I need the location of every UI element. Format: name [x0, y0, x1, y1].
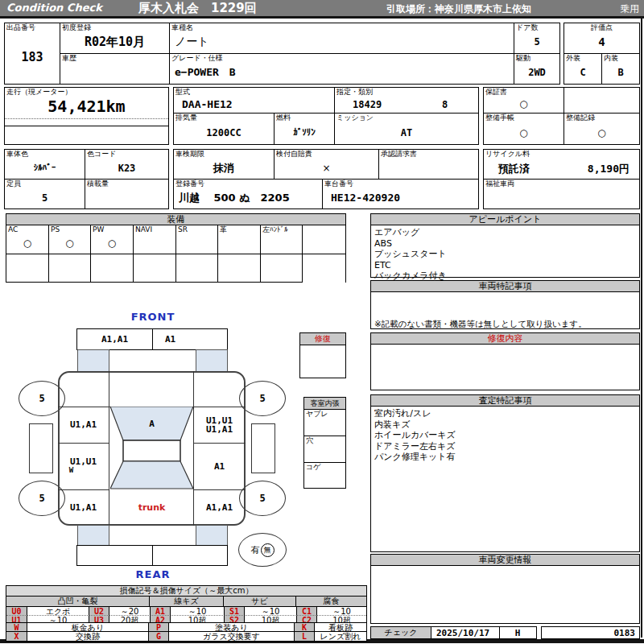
service-book-value: ○ [484, 121, 564, 144]
equipment-empty-cell-noborder [303, 254, 345, 283]
assessment-body: 室内汚れ/スレ 内装キズ ホイールカバーキズ ドアミラー左右キズ パンク修理キッ… [371, 407, 639, 464]
mileage-solid-divider [5, 126, 168, 126]
appeal-item: ABS [374, 238, 636, 250]
equipment-title: 装備 [6, 214, 345, 225]
headlight-left [77, 349, 109, 372]
rear-window-shape [110, 461, 193, 489]
change-info-section: 車両変更情報 [370, 554, 640, 624]
vehicle-class: 乗用 [620, 2, 639, 16]
equipment-value-lhd [261, 233, 302, 254]
legend-code: X [6, 632, 27, 641]
headlight-right [196, 349, 228, 372]
equipment-cell-navi: NAVI [134, 225, 176, 254]
doors-value: 5 [514, 31, 559, 53]
load-value [85, 187, 168, 208]
damage-right-front-door-line2: U1,A1 [206, 425, 233, 434]
vehicle-notes-body: ※記載のない書類・機器等は無しとして取り扱います。 [371, 292, 639, 331]
roof-shape [123, 440, 180, 461]
registration-value: 川越 500 ぬ 2205 [174, 187, 322, 208]
body-color-value: ｼﾙﾊﾞｰ [5, 157, 85, 179]
equipment-cell-sr: SR [176, 225, 218, 254]
interior-grade-value: B [602, 61, 639, 84]
tire-front-right: 5 [239, 381, 286, 416]
transmission-value: AT [335, 121, 478, 144]
interior-grade-cell: 内装 B [601, 53, 640, 85]
model-name-cell: 車種名 ノート [169, 23, 514, 54]
mileage-cell: 走行（現メーター） 54,421km [4, 87, 169, 145]
equipment-value-navi [134, 233, 175, 254]
lot-number-cell: 出品番号 183 [4, 23, 60, 85]
displacement-cell: 排気量 1200CC [173, 113, 275, 145]
taillight-left [77, 525, 109, 546]
equipment-row-1: AC ○ PS ○ PW ○ NAVI SR 革 [6, 225, 345, 254]
equipment-value-ps: ○ [49, 233, 90, 254]
approval-cell: 承認請求書 [378, 149, 479, 180]
legend-group-scratch: 線キズ [150, 597, 224, 606]
service-record-value: ○ [564, 121, 639, 144]
rear-bumper-divider [152, 546, 153, 565]
warranty-blank-cell [564, 87, 640, 114]
legend-group-rust: サビ [224, 597, 296, 606]
legend-value: ガラス交換要す [169, 632, 295, 641]
model-code-cell: 型式 DAA-HE12 [173, 87, 335, 114]
class-label: 指定・類別 [336, 88, 373, 97]
body-divider-left [109, 371, 109, 526]
welfare-cell: 福祉車両 [483, 179, 640, 209]
equipment-value-pw: ○ [91, 233, 133, 254]
damage-front-bumper-right: A1 [152, 329, 242, 349]
equipment-cell-pw: PW ○ [91, 225, 134, 254]
legend-value: 看板跡 [315, 623, 366, 632]
cabin-row-hole-label: 穴 [306, 436, 313, 445]
change-info-title: 車両変更情報 [371, 555, 639, 566]
legend-code: C1 [297, 607, 317, 616]
recycle-fee: 8,190円 [588, 162, 630, 176]
repair-details-section: 修復内容 [370, 332, 640, 390]
left-sill [29, 423, 53, 473]
damage-left-front-door: U1,A1 [58, 407, 109, 443]
check-date: 2025/10/17 [436, 628, 489, 638]
damage-left-rear-door-mark: W [69, 466, 73, 475]
assessment-title: 査定特記事項 [371, 395, 639, 407]
capacity-value: 5 [5, 187, 85, 208]
equipment-cell-ps: PS ○ [49, 225, 91, 254]
damage-right-quarter: A1,A1 [193, 489, 246, 526]
trunk-label: trunk [110, 489, 193, 526]
equipment-value-leather [218, 233, 260, 254]
chassis-value: HE12-420920 [323, 187, 478, 208]
vehicle-notes-footer: ※記載のない書類・機器等は無しとして取り扱います。 [374, 319, 587, 330]
equipment-cell-ac: AC ○ [6, 225, 49, 254]
assessment-item: ドアミラー左右キズ [374, 441, 636, 452]
drive-cell: 駆動 2WD [514, 53, 560, 85]
insurance-value: × [275, 157, 378, 179]
legend-group-corrosion: 腐食 [296, 597, 366, 606]
taillight-right [196, 525, 228, 546]
assessment-item: 室内汚れ/スレ [374, 408, 636, 419]
equipment-empty-cell [218, 254, 261, 283]
legend-value: 塗装あり [169, 623, 295, 632]
lot-number-value: 183 [5, 31, 60, 84]
first-registration-cell: 初度登録 R02年10月 [60, 23, 170, 54]
equipment-cell-leather: 革 [218, 225, 261, 254]
legend-value: ～10 [317, 607, 366, 616]
registration-cell: 登録番号 川越 500 ぬ 2205 [173, 179, 323, 209]
repair-legend-row-1: W 板金あり P 塗装あり K 看板跡 [6, 623, 366, 632]
equipment-cell-extra [303, 225, 345, 254]
equipment-empty-cell [176, 254, 218, 283]
auction-condition-sheet: Condition Check 厚木入札会 1229回 引取場所：神奈川県厚木市… [0, 0, 644, 644]
appeal-item: プッシュスタート [374, 249, 636, 260]
class-value-2: 8 [442, 99, 448, 110]
legend-code: U2 [89, 607, 109, 616]
damage-windshield: A [110, 407, 193, 440]
damage-legend-groups: 凸凹・亀裂 線キズ サビ 腐食 [6, 597, 366, 606]
appeal-item: ETC [374, 260, 636, 271]
legend-value: ～20 [109, 607, 151, 616]
cabin-interior-box: 客室内張 ヤブレ 穴 コゲ [303, 397, 346, 489]
header-divider [0, 16, 644, 19]
legend-code: L [295, 632, 315, 641]
first-registration-value: R02年10月 [60, 31, 169, 53]
cabin-interior-title: 客室内張 [304, 398, 345, 410]
legend-code: A1 [151, 607, 171, 616]
check-label-cell: チェック [370, 626, 431, 639]
legend-value: 板金あり [27, 623, 149, 632]
model-name-value: ノート [170, 31, 514, 53]
